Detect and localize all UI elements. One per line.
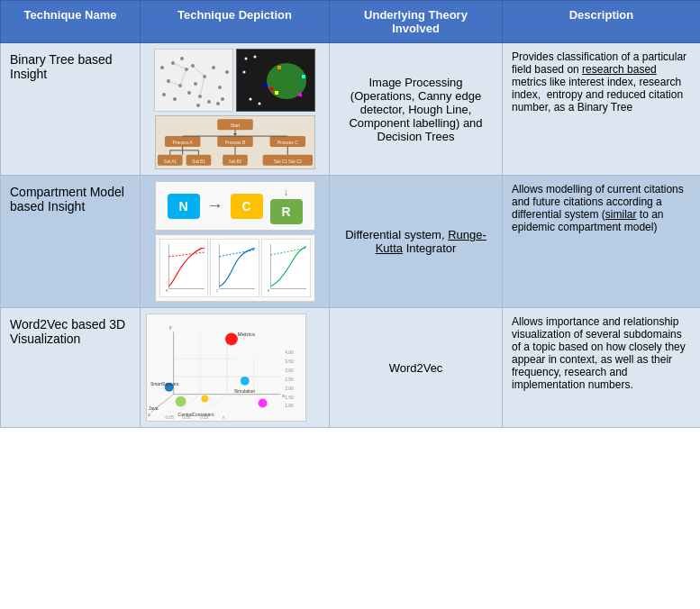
svg-point-99 (259, 399, 268, 408)
svg-text:Java: Java (149, 406, 159, 411)
technique-depiction-compartment: N → C ↓ R (141, 176, 330, 308)
svg-point-89 (225, 332, 238, 345)
description-word2vec: Allows importance and relationship visua… (503, 308, 701, 428)
svg-text:3.50: 3.50 (285, 359, 294, 364)
svg-text:Simulation: Simulation (234, 389, 255, 394)
svg-point-36 (250, 98, 252, 101)
svg-text:3.00: 3.00 (285, 368, 294, 373)
graph-c: C (210, 239, 259, 297)
compartment-graphs: N C (155, 234, 315, 302)
svg-text:SmartSensors: SmartSensors (150, 382, 179, 386)
technique-depiction-binary-tree: Start Process A Process B Process C (141, 43, 330, 176)
theory-compartment: Differential system, Runge-Kutta Integra… (330, 176, 503, 308)
graph-n: N (159, 239, 209, 297)
svg-text:Sub B2: Sub B2 (228, 159, 241, 164)
svg-line-24 (200, 77, 205, 96)
scatter-plot-image (154, 49, 233, 112)
svg-point-7 (173, 97, 177, 101)
svg-point-34 (254, 56, 257, 59)
svg-point-14 (196, 104, 200, 107)
svg-rect-29 (275, 91, 278, 95)
svg-rect-30 (302, 75, 305, 78)
ncr-diagram: N → C ↓ R (155, 181, 315, 231)
technique-name-compartment: Compartment Model based Insight (1, 176, 141, 308)
header-underlying-theory: Underlying Theory Involved (330, 1, 503, 43)
cluster-image (236, 49, 315, 112)
svg-point-33 (245, 58, 248, 60)
svg-point-13 (180, 57, 184, 60)
svg-text:-0.05: -0.05 (165, 415, 175, 420)
svg-text:0.15: 0.15 (200, 415, 208, 420)
svg-text:2.00: 2.00 (285, 386, 294, 391)
svg-text:R: R (267, 289, 269, 293)
svg-rect-27 (264, 84, 268, 87)
svg-rect-28 (269, 87, 273, 91)
svg-text:Sub B1: Sub B1 (192, 159, 205, 164)
svg-text:2.50: 2.50 (285, 377, 294, 382)
technique-name-word2vec: Word2Vec based 3D Visualization (1, 308, 141, 428)
word2vec-3d-plot: Metrics SmartSensors Java Simulation Cen… (146, 314, 306, 422)
svg-rect-32 (277, 66, 281, 69)
svg-text:0.05: 0.05 (183, 415, 191, 420)
svg-text:Process B: Process B (224, 141, 245, 145)
svg-text:4.00: 4.00 (285, 350, 294, 355)
svg-point-93 (176, 396, 186, 407)
svg-point-12 (207, 100, 211, 104)
svg-text:1.50: 1.50 (285, 395, 294, 400)
svg-text:N: N (165, 289, 168, 293)
description-binary-tree: Provides classification of a particular … (503, 43, 701, 176)
technique-depiction-word2vec: Metrics SmartSensors Java Simulation Cen… (141, 308, 330, 428)
svg-point-15 (216, 102, 220, 105)
svg-rect-31 (298, 93, 302, 96)
svg-text:1.00: 1.00 (285, 404, 294, 408)
svg-line-23 (193, 66, 205, 77)
svg-point-16 (225, 70, 229, 74)
svg-text:y: y (169, 324, 172, 330)
flowchart-image: Start Process A Process B Process C (155, 115, 315, 169)
theory-binary-tree: Image Processing (Operations, Canny edge… (330, 43, 503, 176)
svg-point-6 (162, 93, 166, 96)
svg-text:Process A: Process A (172, 141, 193, 145)
svg-point-11 (218, 86, 222, 89)
svg-point-35 (243, 71, 246, 74)
header-description: Description (503, 1, 701, 43)
svg-point-18 (160, 66, 164, 69)
svg-line-21 (180, 69, 186, 86)
svg-text:z: z (148, 412, 150, 417)
technique-name-binary-tree: Binary Tree based Insight (1, 43, 141, 176)
header-technique-name: Technique Name (1, 1, 141, 43)
svg-text:Start: Start (230, 123, 240, 128)
svg-text:Metrics: Metrics (238, 332, 255, 337)
header-technique-depiction: Technique Depiction (141, 1, 330, 43)
svg-text:Process C: Process C (277, 141, 297, 145)
svg-point-17 (221, 97, 224, 101)
svg-line-22 (168, 81, 180, 86)
svg-text:Sub C1  Sub C2: Sub C1 Sub C2 (273, 159, 301, 164)
svg-point-19 (194, 82, 197, 86)
theory-word2vec: Word2Vec (330, 308, 503, 428)
description-compartment: Allows modelling of current citations an… (503, 176, 701, 308)
svg-line-20 (173, 63, 186, 69)
svg-point-10 (212, 66, 215, 69)
svg-point-95 (241, 377, 250, 386)
svg-point-37 (259, 103, 261, 105)
graph-r: R (261, 239, 311, 297)
svg-text:C: C (216, 289, 219, 293)
svg-point-97 (201, 395, 208, 403)
svg-text:Sub A1: Sub A1 (163, 159, 177, 164)
svg-point-8 (187, 91, 191, 95)
